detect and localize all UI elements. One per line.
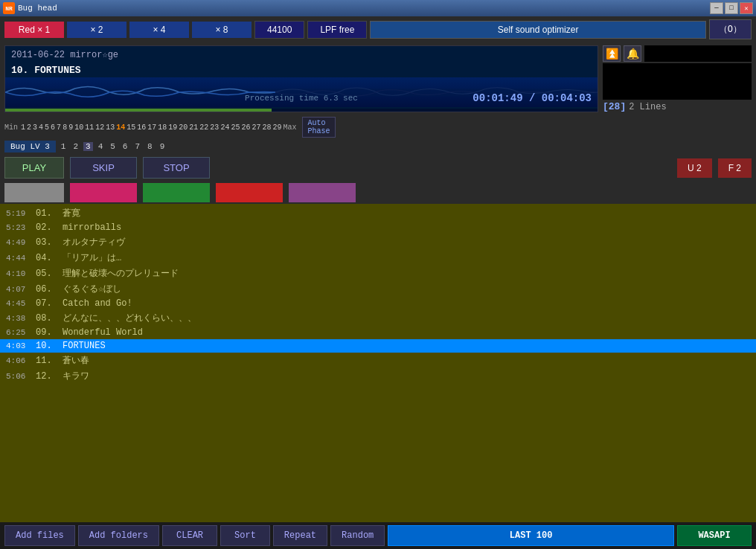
color-pink[interactable] (70, 183, 137, 202)
eq-3[interactable]: 3 (33, 123, 37, 132)
color-green[interactable] (143, 183, 210, 202)
track-time: 4:10 (6, 269, 30, 278)
eq-1[interactable]: 1 (21, 123, 25, 132)
track-time: 6:25 (6, 328, 30, 337)
eq-28[interactable]: 28 (262, 123, 271, 132)
lpf-button[interactable]: LPF free (307, 21, 367, 39)
track-time: 4:49 (6, 238, 30, 247)
play-button[interactable]: PLAY (4, 157, 64, 179)
bug-num-8[interactable]: 8 (145, 142, 155, 151)
bug-num-7[interactable]: 7 (132, 142, 142, 151)
x4-button[interactable]: × 4 (129, 22, 189, 38)
add-folders-button[interactable]: Add folders (78, 525, 159, 546)
track-item[interactable]: 5:23 02. mirrorballs (0, 221, 756, 234)
transport-row: PLAY SKIP STOP U 2 F 2 (0, 154, 756, 182)
wasapi-button[interactable]: WASAPI (677, 525, 752, 546)
clear-button[interactable]: CLEAR (162, 525, 217, 546)
progress-bar-container[interactable] (5, 109, 598, 112)
eq-14-selected[interactable]: 14 (116, 123, 125, 132)
track-item[interactable]: 4:38 08. どんなに、、、どれくらい、、、 (0, 310, 756, 326)
lines-count: [28] (603, 101, 626, 112)
track-time: 4:03 (6, 341, 30, 350)
eq-7[interactable]: 7 (57, 123, 61, 132)
bug-num-1[interactable]: 1 (59, 142, 68, 151)
bug-num-6[interactable]: 6 (121, 142, 130, 151)
sort-button[interactable]: Sort (220, 525, 270, 546)
track-item[interactable]: 4:03 10. FORTUNES (0, 339, 756, 353)
last100-button[interactable]: LAST 100 (388, 525, 674, 546)
red-x1-button[interactable]: Red × 1 (4, 22, 64, 38)
eq-29[interactable]: 29 (272, 123, 281, 132)
eq-20[interactable]: 20 (179, 123, 188, 132)
eq-26[interactable]: 26 (241, 123, 250, 132)
eq-11[interactable]: 11 (85, 123, 94, 132)
eq-22[interactable]: 22 (199, 123, 208, 132)
eq-15[interactable]: 15 (126, 123, 135, 132)
eq-19[interactable]: 19 (168, 123, 177, 132)
title-controls: — □ ✕ (710, 2, 753, 14)
skip-button[interactable]: SKIP (70, 157, 137, 179)
eq-8[interactable]: 8 (63, 123, 67, 132)
time-display: 00:01:49 / 00:04:03 (472, 92, 592, 104)
eq-17[interactable]: 17 (147, 123, 156, 132)
window-title: Bug head (18, 4, 57, 13)
color-purple[interactable] (289, 183, 356, 202)
bug-num-9[interactable]: 9 (158, 142, 167, 151)
track-item[interactable]: 4:45 07. Catch and Go! (0, 297, 756, 310)
eq-row: Min 1 2 3 4 5 6 7 8 9 10 11 12 13 14 15 … (0, 115, 756, 139)
track-time: 4:38 (6, 314, 30, 323)
stop-button[interactable]: STOP (143, 157, 210, 179)
bug-num-3-selected[interactable]: 3 (83, 142, 93, 151)
track-time: 4:44 (6, 254, 30, 263)
track-time: 5:06 (6, 372, 30, 381)
eq-16[interactable]: 16 (137, 123, 146, 132)
processing-time-text: Processing time 6.3 sec (245, 94, 358, 103)
bug-num-2[interactable]: 2 (71, 142, 80, 151)
x8-button[interactable]: × 8 (192, 22, 252, 38)
minimize-button[interactable]: — (710, 2, 723, 14)
track-item[interactable]: 4:10 05. 理解と破壊へのプレリュード (0, 266, 756, 281)
track-item[interactable]: 4:07 06. ぐるぐる☆ぼし (0, 281, 756, 297)
color-gray[interactable] (4, 183, 64, 202)
maximize-button[interactable]: □ (725, 2, 738, 14)
eq-24[interactable]: 24 (220, 123, 229, 132)
x2-button[interactable]: × 2 (67, 22, 126, 38)
eq-2[interactable]: 2 (27, 123, 31, 132)
repeat-button[interactable]: Repeat (273, 525, 327, 546)
optimizer-button[interactable]: Self sound optimizer (370, 21, 705, 39)
eq-6[interactable]: 6 (51, 123, 55, 132)
u2-button[interactable]: U 2 (677, 158, 712, 178)
color-red[interactable] (216, 183, 283, 202)
eq-12[interactable]: 12 (95, 123, 104, 132)
eq-4[interactable]: 4 (39, 123, 43, 132)
nav-prev-button[interactable]: ⏫ (603, 45, 621, 62)
track-item[interactable]: 4:49 03. オルタナティヴ (0, 234, 756, 250)
eq-10[interactable]: 10 (74, 123, 83, 132)
f2-button[interactable]: F 2 (718, 158, 752, 178)
eq-5[interactable]: 5 (45, 123, 49, 132)
track-item[interactable]: 4:06 11. 蒼い春 (0, 353, 756, 368)
add-files-button[interactable]: Add files (4, 525, 75, 546)
eq-27[interactable]: 27 (252, 123, 260, 132)
lines-label: 2 Lines (629, 102, 666, 112)
track-item[interactable]: 5:19 01. 蒼寛 (0, 205, 756, 221)
track-item[interactable]: 4:44 04. 「リアル」は… (0, 250, 756, 266)
eq-18[interactable]: 18 (158, 123, 167, 132)
track-item[interactable]: 6:25 09. Wonderful World (0, 326, 756, 339)
nav-next-button[interactable]: 🔔 (624, 45, 641, 62)
frequency-button[interactable]: 44100 (254, 21, 304, 39)
eq-25[interactable]: 25 (231, 123, 240, 132)
color-row (0, 182, 756, 204)
track-name: ぐるぐる☆ぼし (63, 283, 750, 295)
track-item[interactable]: 5:06 12. キラワ (0, 368, 756, 384)
eq-21[interactable]: 21 (189, 123, 198, 132)
bug-num-4[interactable]: 4 (96, 142, 106, 151)
close-button[interactable]: ✕ (740, 2, 753, 14)
auto-phase-box: Auto Phase (302, 117, 335, 138)
random-button[interactable]: Random (330, 525, 385, 546)
bug-num-5[interactable]: 5 (108, 142, 118, 151)
track-num: 02. (36, 222, 57, 233)
eq-23[interactable]: 23 (210, 123, 219, 132)
eq-13[interactable]: 13 (106, 123, 115, 132)
eq-9[interactable]: 9 (68, 123, 73, 132)
